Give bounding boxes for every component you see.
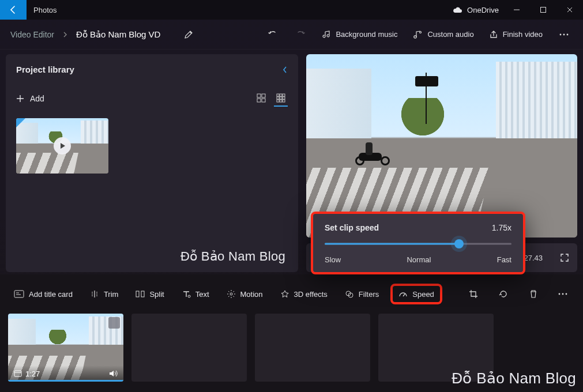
play-overlay[interactable] [54,137,71,154]
close-button[interactable] [556,0,583,20]
redo-button[interactable] [288,23,313,46]
speed-icon [398,289,408,299]
cloud-icon [452,6,462,13]
grid-small-icon [276,93,285,103]
speed-slider[interactable] [325,238,511,250]
add-title-card-button[interactable]: Add title card [8,287,78,302]
svg-rect-9 [262,99,265,102]
volume-icon[interactable] [108,370,118,378]
used-indicator-icon [16,118,25,127]
svg-rect-17 [280,100,282,102]
pencil-icon [184,30,193,39]
maximize-button[interactable] [530,0,556,20]
collapse-library-button[interactable] [282,66,288,74]
speed-popup-title: Set clip speed [325,223,379,232]
svg-rect-15 [283,97,285,99]
svg-point-4 [563,33,565,35]
view-large-button[interactable] [254,91,268,107]
motion-icon [227,289,236,299]
custom-audio-button[interactable]: Custom audio [407,27,479,43]
delete-button[interactable] [521,282,546,306]
clip-duration: 1:27 [25,370,40,378]
minimize-button[interactable] [503,0,530,20]
speed-popup: Set clip speed 1.75x Slow Normal Fast [311,212,525,274]
svg-rect-8 [257,99,261,102]
slider-knob[interactable] [454,239,464,248]
background-music-label: Background music [336,30,397,39]
svg-rect-29 [14,371,21,376]
clip-resize-handle[interactable] [108,317,120,329]
svg-rect-14 [280,97,282,99]
custom-audio-label: Custom audio [427,30,473,39]
split-icon [136,289,145,299]
view-small-button[interactable] [274,91,288,107]
title-card-icon [14,290,24,298]
finish-video-button[interactable]: Finish video [483,27,548,43]
svg-point-28 [566,293,567,295]
split-button[interactable]: Split [130,286,170,302]
header-row: Video Editor Đỗ Bảo Nam Blog VD Backgrou… [0,20,583,50]
trim-icon [90,289,99,299]
timeline-clip-1[interactable]: 1:27 [8,314,123,382]
rename-button[interactable] [176,23,201,46]
export-icon [489,30,498,39]
page-watermark: Đỗ Bảo Nam Blog [452,370,576,387]
crop-button[interactable] [462,282,486,306]
more-button[interactable] [552,23,576,46]
svg-point-23 [230,293,232,295]
svg-rect-12 [283,94,285,96]
onedrive-label: OneDrive [467,6,499,14]
speed-label-normal: Normal [407,255,431,264]
watermark-text: Đỗ Bảo Nam Blog [180,249,285,264]
background-music-button[interactable]: Background music [316,27,403,43]
more-icon [559,33,569,36]
svg-point-3 [560,33,562,35]
rotate-button[interactable] [491,282,516,306]
svg-rect-16 [277,100,279,102]
svg-rect-13 [277,97,279,99]
rotate-icon [499,289,508,299]
fullscreen-icon [560,253,569,262]
crop-icon [469,289,478,299]
filters-button[interactable]: Filters [339,286,385,302]
storyboard-more-button[interactable] [551,282,575,306]
3d-effects-button[interactable]: 3D effects [274,286,333,302]
title-bar: Photos OneDrive [0,0,583,20]
back-button[interactable] [0,0,27,20]
speed-value: 1.75x [492,223,511,232]
svg-point-27 [562,293,564,295]
undo-icon [268,29,278,40]
library-clip-thumbnail[interactable] [16,118,108,174]
svg-rect-0 [541,7,546,13]
svg-rect-18 [283,100,285,102]
project-name[interactable]: Đỗ Bảo Nam Blog VD [73,29,160,40]
undo-button[interactable] [261,23,285,46]
grid-large-icon [257,93,266,103]
motion-button[interactable]: Motion [221,286,269,302]
video-preview[interactable] [306,54,577,238]
onedrive-status[interactable]: OneDrive [452,6,499,14]
window-controls [503,0,583,20]
svg-point-26 [559,293,561,295]
app-title: Photos [27,6,452,14]
speed-label-slow: Slow [325,255,341,264]
speed-button[interactable]: Speed [390,284,442,304]
chevron-left-icon [282,66,288,74]
svg-rect-19 [14,291,24,297]
trim-button[interactable]: Trim [84,286,125,302]
add-media-button[interactable]: Add [16,94,44,103]
fullscreen-button[interactable] [560,253,569,262]
svg-rect-11 [280,94,282,96]
svg-rect-10 [277,94,279,96]
svg-point-5 [567,33,569,35]
svg-rect-7 [262,94,265,97]
custom-audio-icon [412,30,423,39]
timeline-empty-slot[interactable] [131,314,247,382]
text-icon [182,289,191,299]
text-button[interactable]: Text [176,286,215,302]
trash-icon [529,289,537,299]
preview-panel: ):27.43 Set clip speed 1.75x Slow [306,54,577,272]
timeline-empty-slot[interactable] [255,314,370,382]
breadcrumb-root[interactable]: Video Editor [7,27,58,43]
project-library-title: Project library [16,65,74,74]
